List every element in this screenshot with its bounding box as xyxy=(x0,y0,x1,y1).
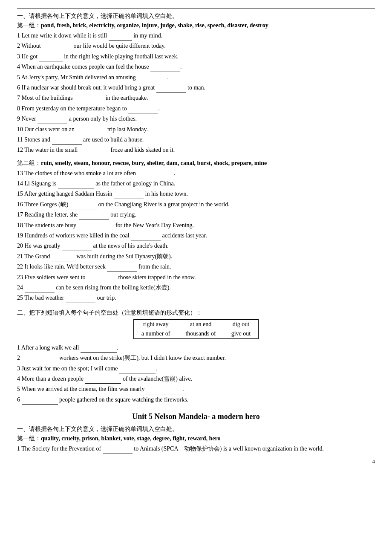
sentence-12: 12 The water in the small froze and kids… xyxy=(17,145,375,155)
blank-2 xyxy=(42,45,72,51)
section1-title: 一、请根据各句上下文的意义，选择正确的单词填入空白处。 xyxy=(17,12,375,20)
s2-blank-3 xyxy=(119,367,156,373)
group2-title: 第二组：ruin, smelly, steam, honour, rescue,… xyxy=(17,159,375,167)
group1-words: pond, fresh, brick, electricity, organiz… xyxy=(41,22,268,29)
blank-9 xyxy=(37,118,67,124)
blank-14 xyxy=(58,182,94,188)
sentence-16: 16 Three Gorges (峡)on the Changjiang Riv… xyxy=(17,200,375,209)
blank-11 xyxy=(52,139,82,145)
unit5-title: Unit 5 Nelson Mandela- a modern hero xyxy=(17,412,375,421)
top-divider xyxy=(17,9,375,9)
blank-3 xyxy=(39,55,63,61)
s2-blank-2 xyxy=(22,357,58,363)
sentence-2: 2 Without our life would be quite differ… xyxy=(17,41,375,51)
sentence-13: 13 The clothes of those who smoke a lot … xyxy=(17,169,375,178)
blank-12 xyxy=(79,149,109,155)
unit5-group1-sentences: 1 The Society for the Prevention of to A… xyxy=(17,444,375,454)
phrase-table: right away at an end dig out a number of… xyxy=(133,319,259,339)
sentence-11: 11 Stones and are used to build a house. xyxy=(17,135,375,145)
phrase-5: thousands of xyxy=(178,329,223,339)
group2-words: ruin, smelly, steam, honour, rescue, bur… xyxy=(41,160,267,166)
s2-blank-1 xyxy=(81,347,117,353)
s2-sentence-1: 1 After a long walk we all . xyxy=(17,343,375,353)
sentence-4: 4 When an earthquake comes people can fe… xyxy=(17,62,375,72)
blank-10 xyxy=(76,128,106,134)
sentence-9: 9 Never a person only by his clothes. xyxy=(17,114,375,124)
unit5-blank-1 xyxy=(103,448,133,454)
blank-18 xyxy=(78,224,114,230)
sentence-10: 10 Our class went on an trip last Monday… xyxy=(17,125,375,134)
sentence-23: 23 Five soldiers were sent to those skie… xyxy=(17,273,375,282)
s2-blank-5 xyxy=(146,388,182,394)
s2-sentence-4: 4 More than a dozen people of the avalan… xyxy=(17,374,375,384)
sentence-6: 6 If a nuclear war should break out, it … xyxy=(17,83,375,92)
group2-label: 第二组： xyxy=(17,160,41,166)
sentence-14: 14 Li Siguang is as the father of geolog… xyxy=(17,179,375,188)
blank-20 xyxy=(62,245,92,251)
section2-title: 二、把下列短语填入每个句子的空白处（注意所填短语的形式变化）： xyxy=(17,309,375,317)
blank-23 xyxy=(87,276,117,282)
phrase-table-wrapper: right away at an end dig out a number of… xyxy=(17,319,375,339)
s2-sentence-3: 3 Just wait for me on the spot; I will c… xyxy=(17,364,375,373)
blank-21 xyxy=(52,255,75,261)
blank-8 xyxy=(128,107,158,113)
phrase-1: right away xyxy=(133,319,178,329)
sentence-20: 20 He was greatly at the news of his unc… xyxy=(17,241,375,251)
unit5-group1-label: 第一组： xyxy=(17,435,41,442)
sentence-24: 24 can be seen rising from the boiling k… xyxy=(17,283,375,292)
sentence-25: 25 The bad weather our trip. xyxy=(17,293,375,303)
blank-22 xyxy=(107,266,137,272)
phrase-2: at an end xyxy=(178,319,223,329)
s2-blank-4 xyxy=(85,378,121,384)
blank-16 xyxy=(68,203,98,209)
sentence-21: 21 The Grand was built during the Sui Dy… xyxy=(17,252,375,261)
blank-4 xyxy=(150,66,180,72)
s2-blank-6 xyxy=(22,399,58,405)
s2-sentence-2: 2 workers went on the strike(罢工), but I … xyxy=(17,353,375,363)
s2-sentence-5: 5 When we arrived at the cinema, the fil… xyxy=(17,384,375,394)
sentence-5: 5 At Jerry's party, Mr Smith delivered a… xyxy=(17,73,375,82)
section2-sentences: 1 After a long walk we all . 2 workers w… xyxy=(17,343,375,405)
group2-sentences: 13 The clothes of those who smoke a lot … xyxy=(17,169,375,303)
sentence-1: 1 Let me write it down while it is still… xyxy=(17,31,375,40)
sentence-7: 7 Most of the buildings in the earthquak… xyxy=(17,93,375,103)
unit5-section1-title: 一、请根据各句上下文的意义，选择正确的单词填入空白处。 xyxy=(17,425,375,433)
blank-15 xyxy=(114,193,144,199)
sentence-15: 15 After getting hanged Saddam Hussin in… xyxy=(17,189,375,199)
group1-sentences: 1 Let me write it down while it is still… xyxy=(17,31,375,155)
page-number: 4 xyxy=(17,458,375,465)
group1-title: 第一组：pond, fresh, brick, electricity, org… xyxy=(17,22,375,29)
unit5-sentence-1: 1 The Society for the Prevention of to A… xyxy=(17,444,375,454)
sentence-19: 19 Hundreds of workers were killed in th… xyxy=(17,231,375,240)
phrase-3: dig out xyxy=(224,319,259,329)
blank-5 xyxy=(137,76,167,82)
sentence-22: 22 It looks like rain. We'd better seek … xyxy=(17,262,375,272)
unit5-group1-words: quality, cruelty, prison, blanket, vote,… xyxy=(41,435,221,442)
phrase-4: a number of xyxy=(133,329,178,339)
blank-17 xyxy=(79,214,109,220)
group1-label: 第一组： xyxy=(17,22,41,29)
phrase-6: give out xyxy=(224,329,259,339)
unit5-group1-title: 第一组：quality, cruelty, prison, blanket, v… xyxy=(17,435,375,442)
blank-24 xyxy=(25,286,55,292)
s2-sentence-6: 6 people gathered on the square watching… xyxy=(17,395,375,405)
blank-13 xyxy=(137,172,173,178)
blank-6 xyxy=(156,87,186,92)
blank-1 xyxy=(109,35,132,40)
sentence-3: 3 He got in the right leg while playing … xyxy=(17,52,375,61)
blank-25 xyxy=(66,297,95,303)
sentence-8: 8 From yesterday on the temperature bega… xyxy=(17,104,375,113)
blank-19 xyxy=(131,234,161,240)
blank-7 xyxy=(74,97,104,103)
sentence-17: 17 Reading the letter, she out crying. xyxy=(17,210,375,220)
sentence-18: 18 The students are busy for the New Yea… xyxy=(17,221,375,230)
